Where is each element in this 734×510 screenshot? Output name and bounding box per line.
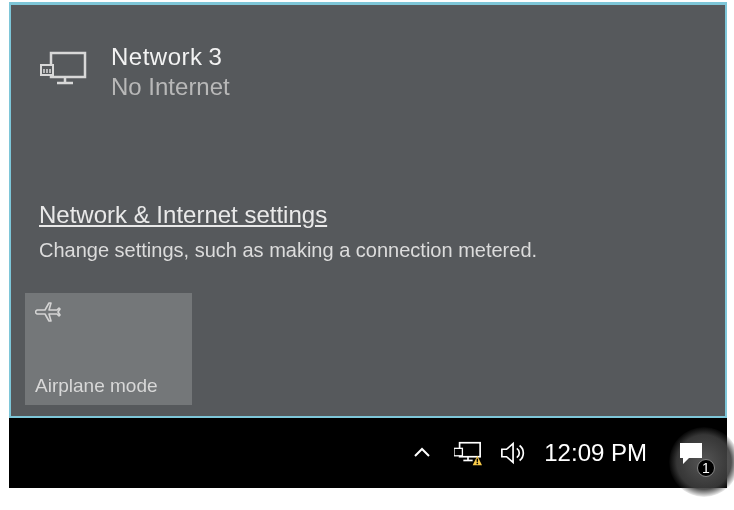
network-name: Network3 (111, 43, 230, 71)
airplane-mode-label: Airplane mode (35, 375, 158, 397)
network-status: No Internet (111, 73, 230, 101)
network-settings-description: Change settings, such as making a connec… (39, 239, 537, 262)
speaker-icon (500, 440, 528, 466)
system-tray (408, 439, 528, 467)
network-name-label: Network (111, 43, 203, 70)
svg-rect-10 (454, 448, 462, 455)
action-center-badge: 1 (697, 459, 715, 477)
network-texts: Network3 No Internet (111, 43, 230, 101)
airplane-mode-tile[interactable]: Airplane mode (25, 293, 192, 405)
tray-volume-button[interactable] (500, 439, 528, 467)
tray-overflow-button[interactable] (408, 439, 436, 467)
svg-rect-0 (51, 53, 85, 77)
tray-network-button[interactable] (454, 439, 482, 467)
taskbar-clock[interactable]: 12:09 PM (544, 439, 647, 467)
network-flyout: Network3 No Internet Network & Internet … (9, 2, 727, 418)
svg-point-13 (477, 463, 479, 465)
ethernet-monitor-icon (39, 49, 87, 93)
ethernet-warning-icon (454, 440, 482, 466)
network-settings-block: Network & Internet settings Change setti… (39, 201, 537, 262)
network-settings-link[interactable]: Network & Internet settings (39, 201, 537, 229)
network-index: 3 (209, 43, 223, 70)
taskbar: 12:09 PM 1 (9, 418, 727, 488)
airplane-icon (35, 301, 61, 323)
network-item[interactable]: Network3 No Internet (39, 43, 230, 101)
action-center-button[interactable]: 1 (661, 423, 721, 483)
chevron-up-icon (412, 443, 432, 463)
